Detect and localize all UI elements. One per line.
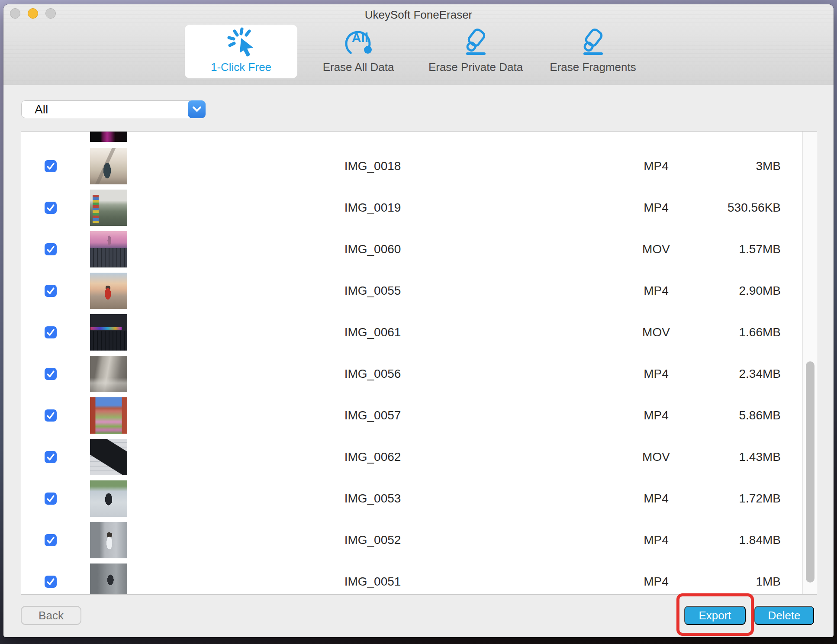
row-size: 2.34MB bbox=[694, 367, 781, 381]
eraser-icon bbox=[576, 25, 609, 61]
table-row[interactable]: IMG_0052 MP4 1.84MB bbox=[21, 519, 817, 561]
filter-selected-value: All bbox=[35, 101, 48, 118]
row-size: 1.66MB bbox=[694, 325, 781, 339]
row-type: MOV bbox=[618, 242, 694, 256]
row-checkbox[interactable] bbox=[45, 202, 57, 214]
thumbnail bbox=[90, 148, 127, 184]
row-checkbox[interactable] bbox=[45, 285, 57, 297]
row-type: MP4 bbox=[618, 533, 694, 547]
row-size: 2.90MB bbox=[694, 284, 781, 298]
row-size: 1MB bbox=[694, 575, 781, 589]
row-name: IMG_0051 bbox=[127, 575, 618, 589]
row-name: IMG_0053 bbox=[127, 492, 618, 506]
tab-label: 1-Click Free bbox=[211, 61, 271, 74]
tab-erase-private-data[interactable]: Erase Private Data bbox=[419, 25, 532, 78]
tab-erase-fragments[interactable]: Erase Fragments bbox=[537, 25, 649, 78]
red-highlight-annotation bbox=[676, 593, 754, 636]
thumbnail bbox=[90, 314, 127, 351]
row-name: IMG_0052 bbox=[127, 533, 618, 547]
thumbnail bbox=[90, 132, 127, 142]
scrollbar-thumb[interactable] bbox=[806, 361, 814, 583]
row-checkbox[interactable] bbox=[45, 576, 57, 588]
file-list: IMG_0018 MP4 3MB IMG_0019 MP4 530.56KB I… bbox=[21, 131, 817, 595]
tab-erase-all-data[interactable]: All Erase All Data bbox=[302, 25, 415, 78]
tab-label: Erase All Data bbox=[323, 61, 394, 74]
row-size: 1.57MB bbox=[694, 242, 781, 256]
row-checkbox[interactable] bbox=[45, 534, 57, 546]
title-toolbar-area: UkeySoft FoneEraser bbox=[3, 4, 834, 85]
row-size: 1.43MB bbox=[694, 450, 781, 464]
table-row[interactable]: IMG_0055 MP4 2.90MB bbox=[21, 270, 817, 312]
row-size: 1.72MB bbox=[694, 492, 781, 506]
cursor-click-icon bbox=[225, 25, 258, 61]
row-name: IMG_0061 bbox=[127, 325, 618, 339]
row-type: MP4 bbox=[618, 409, 694, 422]
back-button[interactable]: Back bbox=[21, 606, 81, 625]
table-row[interactable]: IMG_0018 MP4 3MB bbox=[21, 145, 817, 187]
row-name: IMG_0055 bbox=[127, 284, 618, 298]
row-type: MP4 bbox=[618, 492, 694, 506]
tab-label: Erase Fragments bbox=[550, 61, 636, 74]
thumbnail bbox=[90, 564, 127, 595]
table-row[interactable]: IMG_0051 MP4 1MB bbox=[21, 561, 817, 595]
window-title: UkeySoft FoneEraser bbox=[3, 8, 834, 22]
row-checkbox[interactable] bbox=[45, 160, 57, 172]
tab-one-click-free[interactable]: 1-Click Free bbox=[185, 25, 297, 78]
row-type: MP4 bbox=[618, 575, 694, 589]
mode-toolbar: 1-Click Free All Erase All Data bbox=[185, 25, 649, 78]
thumbnail bbox=[90, 480, 127, 517]
row-size: 1.84MB bbox=[694, 533, 781, 547]
table-row[interactable]: IMG_0019 MP4 530.56KB bbox=[21, 187, 817, 229]
svg-text:All: All bbox=[352, 30, 368, 45]
chevron-down-icon bbox=[188, 100, 206, 118]
thumbnail bbox=[90, 522, 127, 558]
row-size: 3MB bbox=[694, 159, 781, 173]
row-size: 5.86MB bbox=[694, 409, 781, 422]
thumbnail bbox=[90, 397, 127, 434]
table-row[interactable]: IMG_0062 MOV 1.43MB bbox=[21, 436, 817, 478]
row-checkbox[interactable] bbox=[45, 243, 57, 255]
row-checkbox[interactable] bbox=[45, 368, 57, 380]
table-row[interactable]: IMG_0057 MP4 5.86MB bbox=[21, 395, 817, 436]
row-type: MP4 bbox=[618, 201, 694, 215]
thumbnail bbox=[90, 273, 127, 309]
delete-button[interactable]: Delete bbox=[754, 606, 814, 625]
row-checkbox[interactable] bbox=[45, 451, 57, 463]
row-name: IMG_0019 bbox=[127, 201, 618, 215]
tab-label: Erase Private Data bbox=[428, 61, 523, 74]
row-name: IMG_0056 bbox=[127, 367, 618, 381]
row-checkbox[interactable] bbox=[45, 409, 57, 422]
thumbnail bbox=[90, 231, 127, 267]
row-type: MP4 bbox=[618, 284, 694, 298]
table-row[interactable]: IMG_0056 MP4 2.34MB bbox=[21, 353, 817, 395]
row-name: IMG_0060 bbox=[127, 242, 618, 256]
partial-row bbox=[21, 132, 817, 145]
row-name: IMG_0057 bbox=[127, 409, 618, 422]
eraser-icon bbox=[459, 25, 492, 61]
row-checkbox[interactable] bbox=[45, 326, 57, 338]
thumbnail bbox=[90, 356, 127, 392]
row-checkbox[interactable] bbox=[45, 493, 57, 505]
thumbnail bbox=[90, 190, 127, 226]
all-circle-icon: All bbox=[342, 25, 375, 61]
table-row[interactable]: IMG_0061 MOV 1.66MB bbox=[21, 312, 817, 353]
row-type: MP4 bbox=[618, 159, 694, 173]
row-name: IMG_0062 bbox=[127, 450, 618, 464]
file-type-filter-select[interactable]: All bbox=[21, 100, 206, 118]
row-type: MOV bbox=[618, 325, 694, 339]
row-type: MOV bbox=[618, 450, 694, 464]
row-size: 530.56KB bbox=[694, 201, 781, 215]
app-window: UkeySoft FoneEraser bbox=[3, 4, 834, 637]
row-name: IMG_0018 bbox=[127, 159, 618, 173]
thumbnail bbox=[90, 439, 127, 475]
table-row[interactable]: IMG_0053 MP4 1.72MB bbox=[21, 478, 817, 519]
table-row[interactable]: IMG_0060 MOV 1.57MB bbox=[21, 229, 817, 270]
row-type: MP4 bbox=[618, 367, 694, 381]
